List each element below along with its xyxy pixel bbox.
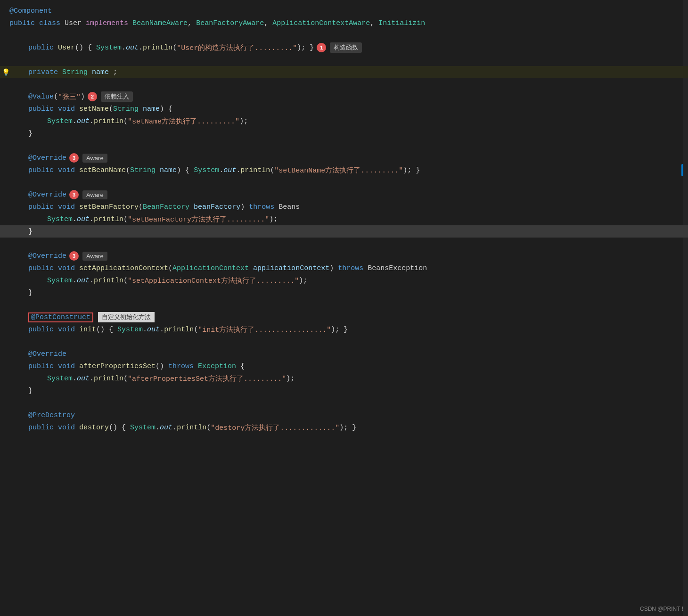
- keyword-void-3: void: [58, 203, 79, 211]
- keyword-throws-3: throws: [168, 362, 194, 370]
- method-setbeanname: setBeanName: [79, 166, 126, 174]
- out-4: out: [77, 215, 90, 223]
- end-7: );: [286, 375, 295, 383]
- paren-1: (: [172, 44, 177, 52]
- space-exception: [194, 362, 198, 370]
- out-8: out: [160, 424, 172, 432]
- line-close-4: }: [0, 385, 688, 397]
- dot10: .: [90, 277, 94, 285]
- tag-aware-3: Aware: [82, 252, 107, 261]
- type-string: String: [62, 68, 88, 76]
- type-string-3: String: [130, 166, 156, 174]
- paren-6: (: [194, 326, 198, 334]
- interface-beanfactoryaware: BeanFactoryAware: [196, 19, 264, 27]
- dot2: .: [139, 44, 143, 52]
- dot13: .: [73, 375, 77, 383]
- line-override-4: @Override: [0, 348, 688, 360]
- keyword-public-4: public: [28, 166, 58, 174]
- close-brace-2: }: [28, 228, 33, 236]
- println-7: println: [94, 375, 123, 383]
- beans-exception-text: BeansException: [363, 264, 427, 272]
- out-ref: out: [126, 44, 139, 52]
- println-8: println: [177, 424, 206, 432]
- line-empty-1: [0, 29, 688, 41]
- annotation-override-2: @Override: [28, 191, 66, 199]
- class-name-user: User: [65, 19, 86, 27]
- aps-brace: {: [236, 362, 245, 370]
- line-empty-8: [0, 336, 688, 348]
- println-4: println: [94, 215, 123, 223]
- value-paren-open: (: [54, 93, 58, 101]
- end-8: ); }: [339, 424, 356, 432]
- dot5: .: [219, 166, 223, 174]
- paren-2: (: [123, 117, 128, 125]
- line-setname-def: public void setName ( String name ) {: [0, 103, 688, 115]
- param-name-2: name: [156, 166, 177, 174]
- aps-parens: (): [156, 362, 168, 370]
- keyword-public: public: [9, 19, 39, 27]
- line-close-3: }: [0, 287, 688, 299]
- dot12: .: [160, 326, 164, 334]
- sbf-paren-close: ): [240, 203, 249, 211]
- line-empty-3: [0, 78, 688, 90]
- method-setappctx: setApplicationContext: [79, 264, 168, 272]
- line-setappctx: public void setApplicationContext ( Appl…: [0, 262, 688, 274]
- line-empty-7: [0, 299, 688, 311]
- system-ref: System: [96, 44, 122, 52]
- tag-aware-1: Aware: [82, 154, 107, 163]
- dot4: .: [90, 117, 94, 125]
- badge-3b: 3: [69, 190, 79, 199]
- println-1: println: [143, 44, 172, 52]
- keyword-implements: implements: [86, 19, 132, 27]
- end-1: ); }: [297, 44, 314, 52]
- close-brace-3: }: [28, 289, 33, 297]
- string-zhangsan: "张三": [58, 92, 81, 101]
- beans-text: Beans: [274, 203, 300, 211]
- out-6: out: [147, 326, 160, 334]
- line-constructor: public User () { System . out . println …: [0, 41, 688, 54]
- watermark: CSDN @PRINT !: [640, 606, 683, 612]
- string-setname: "setName方法执行了.........": [128, 117, 239, 126]
- system-7: System: [47, 375, 73, 383]
- println-6: println: [164, 326, 194, 334]
- line-2: public class User implements BeanNameAwa…: [0, 17, 688, 29]
- value-paren-close: ): [81, 93, 85, 101]
- system-6: System: [117, 326, 143, 334]
- println-3: println: [240, 166, 270, 174]
- dot8: .: [90, 215, 94, 223]
- system-3: System: [194, 166, 219, 174]
- method-afterprops: afterPropertiesSet: [79, 362, 156, 370]
- badge-3a: 3: [69, 153, 79, 163]
- out-2: out: [77, 117, 90, 125]
- close-brace-1: }: [28, 130, 33, 138]
- system-2: System: [47, 117, 73, 125]
- tag-constructor: 构造函数: [330, 42, 362, 53]
- string-afterprops: "afterPropertiesSet方法执行了.........": [128, 374, 286, 383]
- dot3: .: [73, 117, 77, 125]
- badge-2: 2: [88, 92, 97, 101]
- keyword-public-8: public: [28, 362, 58, 370]
- annotation-override-4: @Override: [28, 350, 66, 358]
- tag-aware-2: Aware: [82, 190, 107, 199]
- sac-paren-open: (: [168, 264, 172, 272]
- println-5: println: [94, 277, 123, 285]
- constructor-parens: () {: [75, 44, 96, 52]
- out-7: out: [77, 375, 90, 383]
- string-setbeanname: "setBeanName方法执行了.........": [274, 166, 403, 175]
- paren-8: (: [206, 424, 211, 432]
- keyword-throws-2: throws: [338, 264, 363, 272]
- type-beanfactory: BeanFactory: [143, 203, 189, 211]
- annotation-override-3: @Override: [28, 252, 66, 260]
- dot16: .: [172, 424, 177, 432]
- type-appctx: ApplicationContext: [172, 264, 249, 272]
- paren-4: (: [123, 215, 128, 223]
- string-setbeanfactory: "setBeanFactory方法执行了.........": [128, 215, 269, 224]
- dot6: .: [236, 166, 240, 174]
- line-empty-5: [0, 176, 688, 189]
- keyword-public-9: public: [28, 424, 58, 432]
- dot1: .: [122, 44, 126, 52]
- end-3: ); }: [403, 166, 420, 174]
- init-parens: () {: [96, 326, 117, 334]
- annotation-component: @Component: [9, 7, 52, 15]
- keyword-public-5: public: [28, 203, 58, 211]
